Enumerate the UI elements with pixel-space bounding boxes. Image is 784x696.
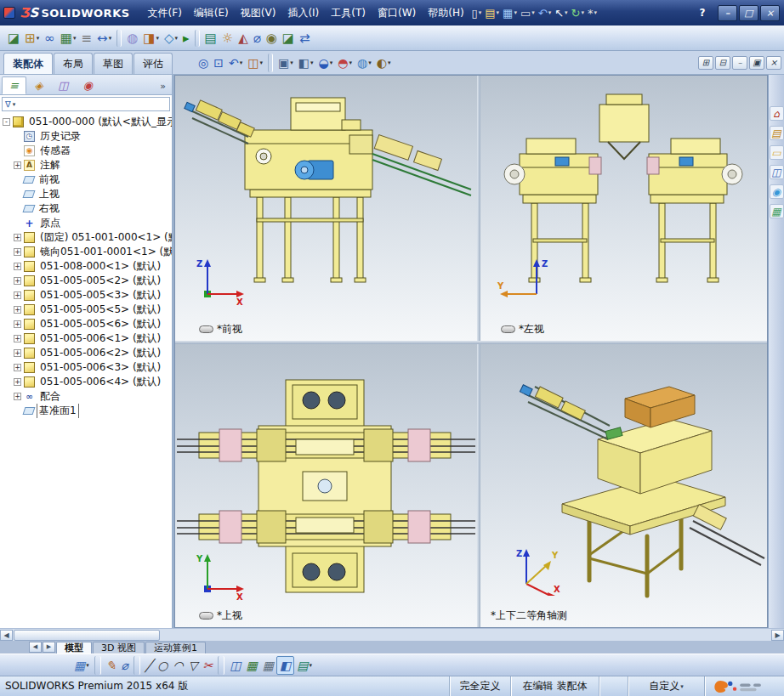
dropdown-caret-icon[interactable] [594,9,597,16]
tabs-scroll-left-button[interactable]: ◀ [29,642,42,653]
minimize-button[interactable]: – [718,5,737,21]
dropdown-caret-icon[interactable] [497,9,500,16]
separator[interactable] [195,30,200,47]
previous-view-icon[interactable]: ↶ [226,54,245,72]
linear-component-pattern-icon[interactable]: ▦ [58,28,79,48]
tree-expander[interactable]: + [14,364,21,371]
dropdown-caret-icon[interactable] [349,59,352,66]
restore-document-button[interactable]: ▣ [749,56,764,70]
tree-expander[interactable]: + [14,263,21,270]
tree-expander[interactable]: + [14,393,21,400]
tree-item[interactable]: 原点 [0,216,172,230]
tile-windows-button[interactable]: ⊞ [698,56,713,70]
arc-icon[interactable]: ◠ [171,656,186,675]
dropdown-caret-icon[interactable] [109,35,112,42]
dropdown-caret-icon[interactable] [73,35,77,42]
sketch-icon[interactable]: ✎ [104,656,119,675]
interference-detection-icon[interactable]: ◭ [236,28,251,48]
tree-item[interactable]: 上视 [0,187,172,201]
custom-properties-icon[interactable]: ▦ [770,204,784,218]
dropdown-caret-icon[interactable] [514,9,517,16]
dropdown-caret-icon[interactable] [37,35,40,42]
tree-item[interactable]: - 051-000-000 (默认<默认_显示状 [0,115,172,129]
reference-geometry-icon[interactable]: ◇ [162,28,180,48]
tree-expander[interactable]: + [14,161,21,169]
view-settings-icon[interactable]: ◐ [374,54,394,72]
print-icon[interactable]: ▭ [519,4,537,21]
select-icon[interactable]: ↖ [553,4,569,21]
tree-item[interactable]: + 051-005-006<2> (默认) [0,346,172,360]
menu-help[interactable]: 帮助(H) [422,3,469,24]
tree-item[interactable]: 右视 [0,201,172,216]
shaded-with-edges-icon[interactable]: ◧ [276,656,294,675]
new-motion-study-icon[interactable]: ▸ [180,28,192,48]
filter-box[interactable]: ∇ [2,97,170,111]
help-button[interactable]: ? [695,5,710,20]
menu-file[interactable]: 文件(F) [142,3,188,24]
design-table-icon[interactable]: ▤ [294,656,315,675]
tab-layout[interactable]: 布局 [54,53,93,74]
separator[interactable] [94,656,101,675]
featuremanager-tab[interactable]: ≡ [2,76,26,94]
scroll-right-button[interactable]: ▶ [771,630,784,641]
dropdown-caret-icon[interactable] [290,59,293,66]
tree-item[interactable]: + 镜向051-001-0001<1> (默认) [0,245,172,259]
menu-edit[interactable]: 编辑(E) [188,3,235,24]
bill-of-materials-icon[interactable]: ▤ [202,28,219,48]
file-explorer-icon[interactable]: ▭ [770,145,784,160]
section-properties-icon[interactable]: ◪ [280,28,297,48]
separator[interactable] [218,656,224,675]
tree-item[interactable]: 前视 [0,173,172,187]
mass-properties-icon[interactable]: ◉ [264,28,280,48]
external-references-icon[interactable]: ⇄ [297,28,313,48]
save-icon[interactable]: ▦ [501,4,519,21]
scrollbar-thumb[interactable] [14,630,160,641]
options-icon[interactable]: * [586,4,599,21]
viewport-isometric[interactable]: Z X Y *上下二等角轴测 [480,344,767,627]
cascade-windows-button[interactable]: ⊟ [715,56,730,70]
measure-icon[interactable]: ⌀ [251,28,264,48]
viewport-front[interactable]: Z X *前视 [175,76,477,341]
separator[interactable] [268,54,273,72]
hide-show-items-icon[interactable]: ◒ [315,54,335,72]
tree-expander[interactable]: + [14,335,21,342]
tree-expander[interactable]: + [14,234,21,241]
show-hidden-components-icon[interactable]: ◍ [124,28,140,48]
polygon-icon[interactable]: ▽ [186,656,201,675]
tab-3d-views[interactable]: 3D 视图 [93,642,145,654]
assembly-features-icon[interactable]: ◨ [140,28,162,48]
dropdown-caret-icon[interactable] [156,35,159,42]
trim-entities-icon[interactable]: ✂ [201,656,216,675]
tree-item[interactable]: + 051-005-005<3> (默认) [0,288,172,303]
tree-item[interactable]: + 051-005-005<5> (默认) [0,303,172,317]
tree-expander[interactable]: + [14,248,21,256]
tab-evaluate[interactable]: 评估 [134,53,173,74]
edit-assembly-icon[interactable]: ◪ [5,28,22,48]
tab-sketch[interactable]: 草图 [94,53,133,74]
edit-appearance-icon[interactable]: ◓ [335,54,355,72]
tree-item[interactable]: + 051-005-006<4> (默认) [0,375,172,389]
insert-components-icon[interactable]: ⊞ [22,28,42,48]
solidworks-resources-icon[interactable]: ⌂ [770,106,784,121]
display-style-icon[interactable]: ◧ [296,54,316,72]
dropdown-caret-icon[interactable] [368,59,372,66]
tree-expander[interactable]: + [14,291,21,299]
dropdown-caret-icon[interactable] [330,59,333,66]
status-custom-dropdown[interactable]: 自定义 [628,676,704,696]
line-icon[interactable]: ╱ [143,656,155,675]
tree-expander[interactable]: + [14,306,21,314]
tree-item[interactable]: + 051-008-000<1> (默认) [0,259,172,274]
tab-assembly[interactable]: 装配体 [3,53,53,74]
tree-item[interactable]: + 配合 [0,389,172,404]
displaymanager-tab[interactable]: ◉ [76,76,100,94]
tab-model[interactable]: 模型 [56,642,92,654]
mate-icon[interactable]: ∞ [42,28,58,48]
tab-motion-study-1[interactable]: 运动算例1 [145,642,206,654]
tree-expander[interactable]: - [3,118,10,126]
separator[interactable] [134,656,140,675]
new-document-icon[interactable]: ▯ [470,4,484,21]
linear-sketch-pattern-icon[interactable]: ▦ [244,656,260,675]
dropdown-caret-icon[interactable] [259,59,263,66]
move-component-icon[interactable]: ↔ [94,28,114,48]
zoom-area-icon[interactable]: ⊡ [211,54,226,72]
